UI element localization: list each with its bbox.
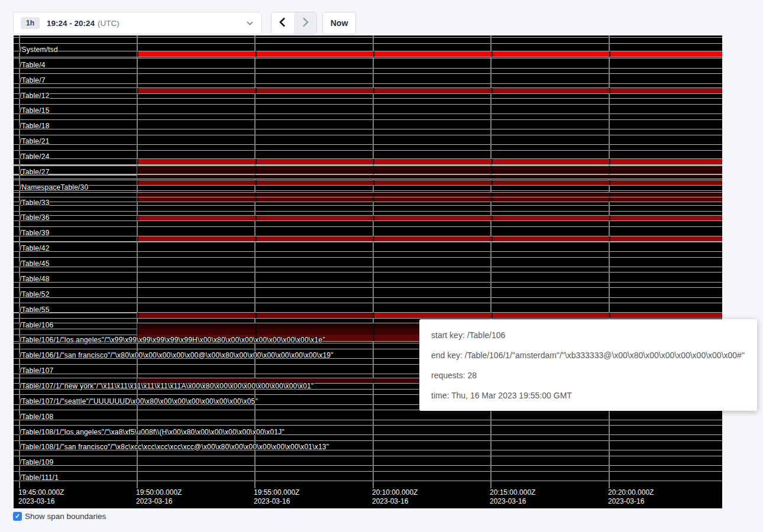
time-range-timezone: (UTC) <box>98 19 119 28</box>
span-boundary-line <box>14 144 722 145</box>
span-boundary-line <box>14 185 722 186</box>
row-key-label: /Table/24 <box>20 153 50 161</box>
span-tooltip: start key: /Table/106 end key: /Table/10… <box>419 319 757 411</box>
span-boundary-line <box>14 251 722 252</box>
span-boundary-line <box>14 267 722 267</box>
time-gridline <box>490 35 492 488</box>
span-boundary-line <box>14 129 722 129</box>
tooltip-start-key: start key: /Table/106 <box>431 327 748 348</box>
time-range-badge: 1h <box>21 17 40 29</box>
span-boundary-line <box>14 150 722 151</box>
row-key-label: /System/tsd <box>20 46 58 54</box>
span-boundary-line <box>14 93 722 94</box>
span-boundary-line <box>14 164 722 165</box>
span-boundary-line <box>14 179 722 179</box>
span-boundary-line <box>14 58 722 59</box>
span-boundary-line <box>14 83 722 84</box>
chevron-right-icon <box>302 17 309 29</box>
row-key-label: /Table/106 <box>20 321 53 329</box>
row-key-label: /Table/18 <box>20 122 50 130</box>
row-key-label: /Table/106/1/"san francisco"/"\x80\x00\x… <box>20 351 334 359</box>
span-boundary-line <box>14 241 722 242</box>
heat-band[interactable] <box>137 313 373 318</box>
span-boundary-line <box>14 465 722 466</box>
row-key-label: /Table/108 <box>20 413 53 421</box>
span-boundary-line <box>14 226 722 227</box>
span-boundary-line <box>14 440 722 441</box>
row-key-label: /NamespaceTable/30 <box>20 183 88 192</box>
span-boundaries-control[interactable]: ✓ Show span boundaries <box>13 512 106 521</box>
row-key-label: /Table/42 <box>20 244 50 252</box>
row-key-label: /Table/107/1/"seattle"/"UUUUUUD\x00\x80\… <box>20 397 258 406</box>
time-range-select[interactable]: 1h 19:24 - 20:24 (UTC) <box>13 12 262 34</box>
heat-band[interactable] <box>137 51 722 57</box>
span-boundary-line <box>14 456 722 456</box>
span-boundary-line <box>14 420 722 420</box>
span-boundary-line <box>14 303 722 303</box>
axis-tick-label: 20:20:00.000Z2023-03-16 <box>608 488 654 506</box>
span-boundary-line <box>14 257 722 258</box>
time-gridline <box>609 35 610 488</box>
time-axis: 19:45:00.000Z2023-03-1619:50:00.000Z2023… <box>14 486 722 508</box>
span-boundary-line <box>14 211 722 212</box>
show-span-boundaries-label[interactable]: Show span boundaries <box>25 512 106 521</box>
heat-band[interactable] <box>137 180 722 185</box>
row-key-label: /Table/109 <box>20 458 53 466</box>
row-key-label: /Table/48 <box>20 275 50 283</box>
axis-tick-label: 19:50:00.000Z2023-03-16 <box>136 488 182 506</box>
row-key-label: /Table/52 <box>20 290 50 299</box>
span-boundary-line <box>14 425 722 426</box>
tooltip-time: time: Thu, 16 Mar 2023 19:55:00 GMT <box>431 388 748 408</box>
span-boundary-line <box>14 205 722 206</box>
time-gridline <box>137 35 138 488</box>
time-range-text: 19:24 - 20:24 <box>47 19 95 28</box>
span-boundary-line <box>14 113 722 114</box>
key-visualizer-plot: /System/tsd/Table/4/Table/7/Table/12/Tab… <box>14 35 722 486</box>
row-key-label: /Table/15 <box>20 106 50 115</box>
row-key-label: /Table/36 <box>20 213 50 222</box>
now-button[interactable]: Now <box>322 12 356 34</box>
span-boundary-line <box>14 318 722 319</box>
heat-band[interactable] <box>137 197 722 202</box>
axis-tick-label: 19:45:00.000Z2023-03-16 <box>18 488 64 506</box>
span-boundary-line <box>14 68 722 69</box>
span-boundary-line <box>14 471 722 472</box>
prev-time-button[interactable] <box>271 12 294 34</box>
row-key-label: /Table/45 <box>20 259 50 268</box>
tooltip-end-key: end key: /Table/106/1/"amsterdam"/"\xb33… <box>431 348 748 368</box>
row-key-label: /Table/7 <box>20 76 46 85</box>
show-span-boundaries-checkbox[interactable]: ✓ <box>13 512 22 521</box>
heat-band[interactable] <box>137 175 722 179</box>
heat-band[interactable] <box>137 236 722 241</box>
tooltip-requests: requests: 28 <box>431 368 748 388</box>
span-boundary-line <box>14 190 722 191</box>
next-time-button[interactable] <box>294 12 316 34</box>
row-key-label: /Table/4 <box>20 61 46 69</box>
heat-band[interactable] <box>373 313 722 318</box>
heat-band[interactable] <box>137 88 722 93</box>
span-boundary-line <box>14 297 722 298</box>
heat-band[interactable] <box>137 159 722 164</box>
span-boundary-line <box>14 43 722 44</box>
span-boundary-line <box>14 287 722 288</box>
row-key-label: /Table/33 <box>20 199 50 207</box>
time-nav-group <box>271 12 317 34</box>
heat-band[interactable] <box>137 193 722 197</box>
row-key-label: /Table/55 <box>20 306 50 314</box>
span-boundary-line <box>14 104 722 105</box>
row-key-label: /Table/21 <box>20 137 50 145</box>
span-boundary-line <box>14 202 722 202</box>
row-key-label: /Table/107 <box>20 366 53 375</box>
row-key-label: /Table/111/1 <box>20 473 59 482</box>
span-boundary-line <box>14 220 722 221</box>
row-key-label: /Table/27 <box>20 168 50 176</box>
span-boundary-line <box>14 135 722 135</box>
span-boundary-line <box>14 481 722 481</box>
row-key-label: /Table/39 <box>20 229 50 237</box>
heat-band[interactable] <box>137 216 722 220</box>
heat-band[interactable] <box>137 166 722 174</box>
row-key-label: /Table/107/1/"new york"/"\x11\x11\x11\x1… <box>20 382 313 390</box>
span-boundary-line <box>14 98 722 99</box>
key-visualizer-canvas[interactable]: /System/tsd/Table/4/Table/7/Table/12/Tab… <box>14 35 722 508</box>
row-key-label: /Table/106/1/"los angeles"/"\x99\x99\x99… <box>20 336 325 344</box>
